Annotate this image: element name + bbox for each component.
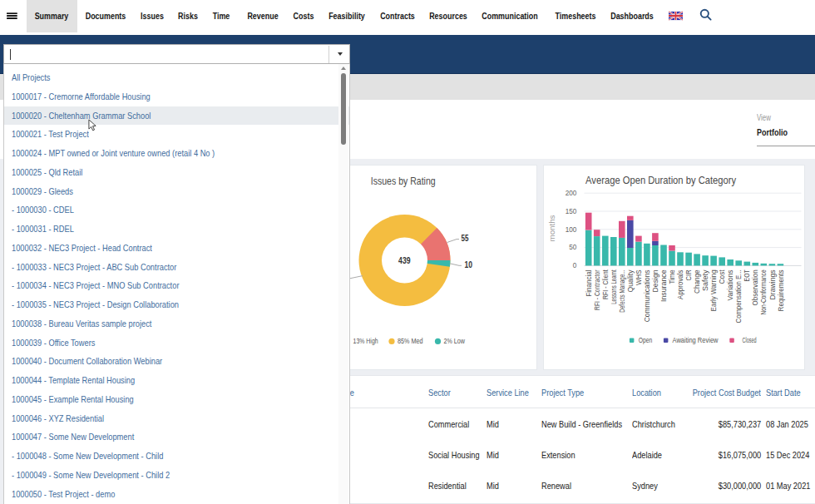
svg-text:150: 150 [566,208,577,215]
svg-text:Cost: Cost [719,269,726,284]
svg-text:13% High: 13% High [353,337,378,345]
svg-text:WHS: WHS [635,269,643,285]
svg-text:50: 50 [569,244,577,251]
svg-text:Open: Open [639,336,653,344]
svg-text:10: 10 [465,260,473,269]
svg-text:Average Open Duration by Categ: Average Open Duration by Category [585,174,736,186]
svg-text:RFI - Client: RFI - Client [602,269,610,299]
svg-text:EOT: EOT [744,269,752,281]
svg-text:Communications: Communications [644,269,651,322]
svg-text:Variations: Variations [727,269,734,300]
svg-text:Defects Manage...: Defects Manage... [619,269,626,312]
svg-text:Design: Design [652,269,659,292]
svg-text:Approvals: Approvals [677,269,684,299]
svg-text:Closed: Closed [743,336,757,344]
svg-text:100: 100 [566,226,577,234]
svg-text:Change: Change [694,269,701,294]
svg-text:months: months [547,215,556,241]
svg-text:439: 439 [398,255,411,265]
svg-text:Time: Time [669,269,676,284]
svg-text:Issues by Rating: Issues by Rating [371,175,436,187]
svg-text:Quality: Quality [627,269,635,292]
svg-text:Safety: Safety [702,269,709,291]
svg-text:RFI - Contractor: RFI - Contractor [594,269,601,310]
svg-text:CIR: CIR [685,269,693,280]
svg-text:200: 200 [566,190,577,197]
svg-text:Insurance: Insurance [660,269,668,302]
svg-text:Drawings: Drawings [769,269,777,299]
svg-text:Lessons Learnt: Lessons Learnt [610,269,618,304]
svg-text:55: 55 [462,234,469,243]
svg-text:Observation: Observation [753,269,760,305]
svg-text:85% Med: 85% Med [398,337,423,345]
svg-text:Compensation E...: Compensation E... [735,269,743,323]
svg-text:Early Warning: Early Warning [710,269,718,311]
svg-text:Non-Conformance: Non-Conformance [761,269,768,314]
svg-text:2% Low: 2% Low [444,337,466,345]
svg-text:0: 0 [573,262,577,269]
svg-text:Awaiting Review: Awaiting Review [673,336,719,344]
svg-text:Financial: Financial [585,269,593,296]
svg-text:Requirements: Requirements [778,269,785,311]
